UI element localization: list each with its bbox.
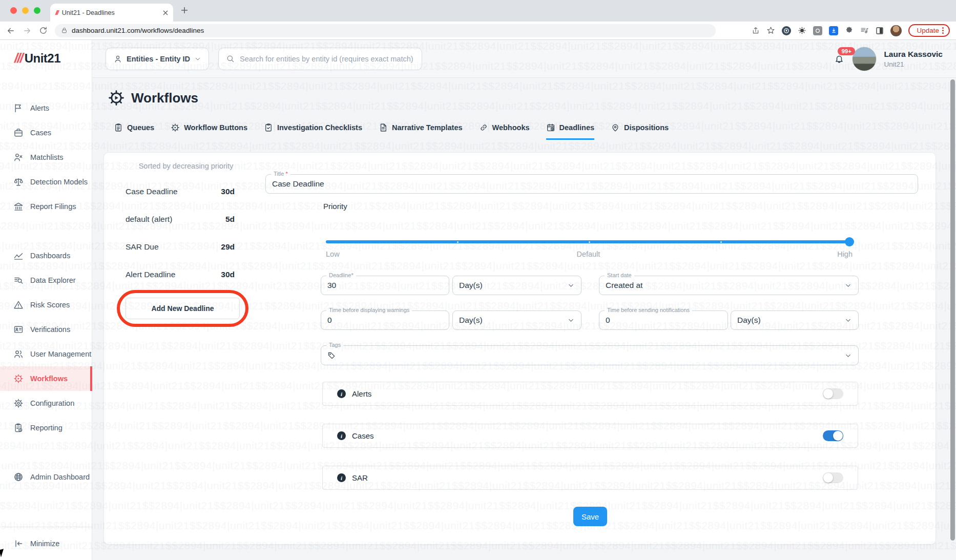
sidebar-item-verifications[interactable]: Verifications (0, 317, 92, 342)
title-field[interactable]: Title * (265, 174, 918, 194)
browser-menu-icon[interactable] (942, 27, 944, 34)
gray-extension-icon[interactable] (813, 26, 822, 35)
unit21-logo[interactable]: /// Unit21 (14, 50, 60, 66)
workflows-gear-play-icon (108, 89, 125, 107)
cases-toggle[interactable] (823, 430, 843, 441)
priority-slider[interactable]: Low Default High (326, 224, 853, 260)
save-button[interactable]: Save (573, 507, 607, 526)
notifications-input[interactable] (606, 316, 710, 325)
browser-tab[interactable]: /// Unit21 - Deadlines (50, 4, 173, 22)
deadline-list-item[interactable]: Case Deadline 30d (126, 185, 235, 198)
back-icon[interactable] (6, 26, 15, 35)
entity-search[interactable] (218, 48, 422, 70)
tab-deadlines[interactable]: Deadlines (546, 123, 595, 140)
tag-icon (327, 351, 336, 360)
tab-narrative-templates[interactable]: Narrative Templates (379, 123, 463, 140)
sidebar-item-admin-dashboard[interactable]: Admin Dashboard (0, 465, 92, 489)
address-bar[interactable]: dashboard.unit21.com/workflows/deadlines (55, 24, 716, 37)
warnings-unit-select[interactable]: Day(s) (452, 310, 581, 330)
browser-toolbar: dashboard.unit21.com/workflows/deadlines (0, 22, 956, 40)
tab-dispositions[interactable]: Dispositions (611, 123, 669, 140)
entity-type-selector[interactable]: Entities - Entity ID (106, 48, 209, 70)
title-input[interactable] (272, 179, 900, 189)
tab-label: Workflow Buttons (184, 123, 247, 132)
info-icon: i (337, 389, 346, 398)
new-tab-button[interactable] (180, 6, 189, 14)
sar-toggle[interactable] (823, 472, 843, 483)
reload-icon[interactable] (39, 26, 48, 35)
tab-investigation-checklists[interactable]: Investigation Checklists (264, 123, 362, 140)
notifications-button[interactable]: 99+ (834, 53, 845, 65)
tab-workflow-buttons[interactable]: Workflow Buttons (171, 123, 247, 140)
bookmark-star-icon[interactable] (766, 26, 775, 35)
sidebar-item-workflows[interactable]: Workflows (0, 366, 92, 391)
deadline-list-item[interactable]: SAR Due 29d (126, 241, 235, 253)
search-list-icon (13, 275, 24, 285)
tab-queues[interactable]: Queues (114, 123, 154, 140)
tab-label: Dispositions (624, 123, 669, 132)
warnings-input[interactable] (327, 316, 431, 325)
clipboard-clock-icon (13, 423, 24, 433)
user-name: Laura Kassovic (884, 50, 943, 59)
sidebar-item-label: Verifications (30, 325, 70, 334)
slider-low-label: Low (326, 250, 340, 258)
unit-value: Day(s) (459, 281, 564, 290)
window-close-button[interactable] (10, 7, 17, 14)
warnings-field[interactable]: Time before displaying warnings (321, 310, 449, 330)
tags-select[interactable]: Tags (321, 345, 859, 365)
notifications-field[interactable]: Time before sending notifications (599, 310, 728, 330)
sidebar-item-risk-scores[interactable]: Risk Scores (0, 293, 92, 317)
alerts-toggle[interactable] (823, 388, 843, 399)
entity-selector-label: Entities - Entity ID (127, 55, 190, 63)
tab-webhooks[interactable]: Webhooks (479, 123, 530, 140)
start-date-select[interactable]: Start date Created at (599, 276, 859, 295)
browser-update-button[interactable]: Update (908, 24, 950, 37)
sidebar-minimize-button[interactable]: Minimize (0, 531, 92, 556)
page-scrollbar[interactable] (950, 79, 955, 541)
deadline-input[interactable] (327, 281, 431, 290)
add-new-deadline-button[interactable]: Add New Deadline (126, 298, 240, 319)
users-icon (13, 349, 24, 359)
window-maximize-button[interactable] (34, 7, 40, 14)
notifications-unit-select[interactable]: Day(s) (731, 310, 859, 330)
slider-high-label: High (837, 250, 853, 258)
tab-label: Investigation Checklists (277, 123, 362, 132)
sidebar-item-detection-models[interactable]: Detection Models (0, 170, 92, 194)
sidebar-item-data-explorer[interactable]: Data Explorer (0, 268, 92, 293)
workflow-gear-play-icon (13, 374, 24, 384)
deadline-unit-select[interactable]: Day(s) (452, 276, 581, 295)
sidebar-item-dashboards[interactable]: Dashboards (0, 243, 92, 268)
browser-tab-title: Unit21 - Deadlines (62, 9, 159, 16)
info-icon: i (337, 431, 346, 440)
sidebar-item-user-management[interactable]: User Management (0, 342, 92, 366)
window-minimize-button[interactable] (22, 7, 29, 14)
password-manager-extension-icon[interactable] (782, 26, 791, 35)
sidebar-item-report-filings[interactable]: Report Filings (0, 194, 92, 219)
id-card-icon (13, 324, 24, 335)
sidebar-item-matchlists[interactable]: Matchlists (0, 145, 92, 170)
deadline-list-item[interactable]: default (alert) 5d (126, 213, 235, 225)
playlist-extension-icon[interactable] (860, 26, 869, 35)
globe-icon (13, 472, 24, 482)
sidebar-item-reporting[interactable]: Reporting (0, 416, 92, 440)
sidebar-item-cases[interactable]: Cases (0, 120, 92, 145)
document-icon (379, 123, 388, 132)
browser-profile-avatar[interactable] (890, 25, 902, 36)
download-extension-icon[interactable] (829, 26, 838, 35)
window-controls[interactable] (10, 7, 40, 14)
settings-gear-extension-icon[interactable] (798, 26, 806, 35)
deadline-days-field[interactable]: Deadline* (321, 276, 449, 295)
deadline-name: Case Deadline (126, 187, 178, 196)
tab-close-icon[interactable] (163, 10, 168, 15)
extensions-puzzle-icon[interactable] (845, 26, 854, 35)
user-avatar[interactable] (852, 47, 877, 71)
slider-thumb[interactable] (845, 237, 854, 246)
deadline-list-item[interactable]: Alert Deadline 30d (126, 268, 235, 281)
search-input[interactable] (240, 55, 414, 63)
link-icon (479, 123, 488, 132)
forward-icon[interactable] (23, 26, 32, 35)
sidebar-item-configuration[interactable]: Configuration (0, 391, 92, 416)
sidebar-item-alerts[interactable]: Alerts (0, 96, 92, 120)
dark-mode-extension-icon[interactable] (876, 27, 884, 35)
share-icon[interactable] (752, 27, 760, 35)
